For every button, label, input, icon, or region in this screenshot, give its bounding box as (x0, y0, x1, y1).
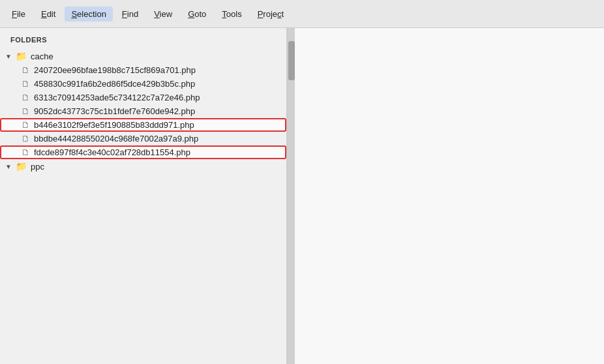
menu-view[interactable]: View (147, 7, 179, 22)
file-label-4: 9052dc43773c75c1b1fdef7e760de942.php (34, 106, 195, 116)
main-content: FOLDERS ▼ 📁 cache 🗋 240720ee96bfae198b8c… (0, 28, 604, 364)
file-icon: 🗋 (21, 120, 30, 130)
menu-edit[interactable]: Edit (35, 7, 62, 22)
vertical-scrollbar[interactable] (287, 28, 295, 364)
chevron-right-icon: ▼ (5, 163, 13, 170)
file-item-3[interactable]: 🗋 6313c70914253ade5c734122c7a72e46.php (0, 91, 286, 104)
chevron-down-icon: ▼ (5, 53, 13, 60)
file-item-5-selected[interactable]: 🗋 b446e3102f9ef3e5f190885b83ddd971.php (0, 118, 286, 132)
file-label-3: 6313c70914253ade5c734122c7a72e46.php (34, 93, 200, 102)
file-label-5: b446e3102f9ef3e5f190885b83ddd971.php (34, 120, 194, 130)
menu-project[interactable]: Project (251, 7, 290, 22)
file-icon: 🗋 (21, 93, 30, 102)
file-item-7-selected[interactable]: 🗋 fdcde897f8f4c3e40c02af728db11554.php (0, 145, 286, 159)
file-icon: 🗋 (21, 106, 30, 116)
menubar: File Edit Selection Find View Goto Tools… (0, 0, 604, 28)
menu-file[interactable]: File (5, 7, 32, 22)
folder-cache-label: cache (31, 52, 53, 61)
file-icon: 🗋 (21, 65, 30, 75)
menu-goto[interactable]: Goto (181, 7, 213, 22)
folder-icon: 📁 (16, 161, 27, 172)
file-item-1[interactable]: 🗋 240720ee96bfae198b8c715cf869a701.php (0, 63, 286, 77)
folders-label: FOLDERS (0, 33, 286, 49)
file-item-4[interactable]: 🗋 9052dc43773c75c1b1fdef7e760de942.php (0, 104, 286, 118)
file-item-6[interactable]: 🗋 bbdbe444288550204c968fe7002a97a9.php (0, 132, 286, 145)
menu-selection[interactable]: Selection (65, 7, 112, 22)
folder-ppc-label: ppc (31, 162, 44, 172)
file-tree-sidebar[interactable]: FOLDERS ▼ 📁 cache 🗋 240720ee96bfae198b8c… (0, 28, 287, 364)
file-icon: 🗋 (21, 134, 30, 144)
file-item-2[interactable]: 🗋 458830c991fa6b2ed86f5dce429b3b5c.php (0, 77, 286, 91)
menu-find[interactable]: Find (115, 7, 145, 22)
file-label-2: 458830c991fa6b2ed86f5dce429b3b5c.php (34, 79, 195, 89)
folder-icon: 📁 (16, 51, 27, 61)
file-icon: 🗋 (21, 79, 30, 89)
file-label-6: bbdbe444288550204c968fe7002a97a9.php (34, 134, 198, 144)
file-label-7: fdcde897f8f4c3e40c02af728db11554.php (34, 147, 190, 157)
editor-area (295, 28, 604, 364)
file-icon: 🗋 (21, 147, 30, 157)
menu-tools[interactable]: Tools (215, 7, 248, 22)
folder-cache[interactable]: ▼ 📁 cache (0, 49, 286, 63)
file-label-1: 240720ee96bfae198b8c715cf869a701.php (34, 65, 196, 75)
scrollbar-thumb[interactable] (288, 41, 295, 80)
folder-ppc[interactable]: ▼ 📁 ppc (0, 159, 286, 174)
